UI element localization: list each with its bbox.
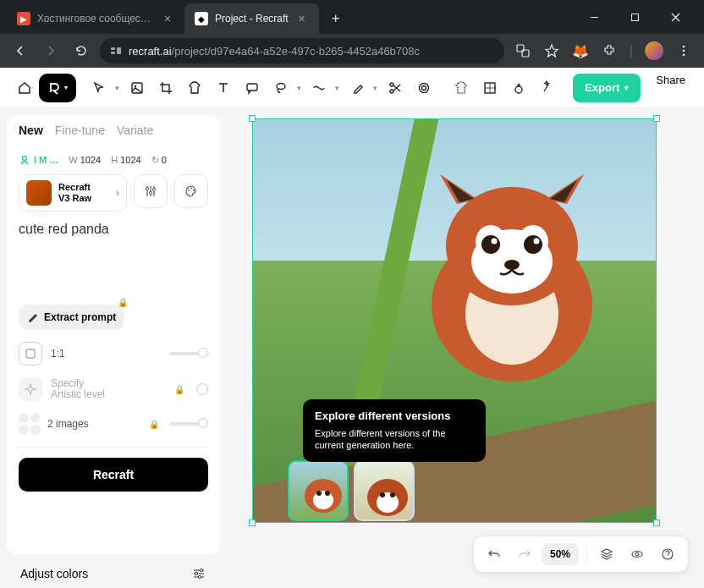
aspect-label: 1:1 xyxy=(51,348,161,360)
forward-button[interactable] xyxy=(39,39,63,63)
image-tool[interactable] xyxy=(123,74,151,102)
sliders-icon xyxy=(191,566,206,581)
svg-point-22 xyxy=(23,157,27,161)
chevron-right-icon: › xyxy=(116,187,119,199)
resize-handle-br[interactable] xyxy=(653,519,660,526)
extensions-icon[interactable] xyxy=(601,42,618,59)
brand-button[interactable]: ▾ xyxy=(39,74,76,102)
aspect-slider[interactable] xyxy=(169,352,208,355)
thumbnail-1[interactable] xyxy=(354,460,415,521)
home-button[interactable] xyxy=(10,74,39,102)
svg-rect-6 xyxy=(117,47,121,54)
favicon-1: ◆ xyxy=(195,12,208,25)
export-button[interactable]: Export▾ xyxy=(573,74,641,102)
model-selector[interactable]: RecraftV3 Raw › xyxy=(19,174,127,212)
extract-prompt-button[interactable]: Extract prompt 🔒 xyxy=(19,305,124,330)
chevron-down-icon[interactable]: ▾ xyxy=(335,84,339,92)
browser-tab-0[interactable]: ▶ Хостинговое сообщество «Tim × xyxy=(7,3,184,34)
images-count-control[interactable]: 2 images 🔒 xyxy=(19,413,208,435)
recraft-button[interactable]: Recraft xyxy=(19,458,208,492)
upscale-tool[interactable] xyxy=(476,74,504,102)
help-button[interactable] xyxy=(654,541,681,568)
resize-handle-bl[interactable] xyxy=(249,519,256,526)
translate-icon[interactable] xyxy=(514,42,531,59)
tshirt-tool[interactable] xyxy=(180,74,209,102)
tab-variate[interactable]: Variate xyxy=(117,124,153,137)
undo-button[interactable] xyxy=(481,541,508,568)
svg-point-31 xyxy=(195,572,197,574)
svg-point-53 xyxy=(635,552,639,556)
tab-new[interactable]: New xyxy=(19,124,43,137)
close-icon[interactable]: × xyxy=(161,12,174,25)
image-mode-chip[interactable]: I M … xyxy=(19,154,58,166)
adjust-colors-label: Adjust colors xyxy=(20,567,88,580)
chat-tool[interactable] xyxy=(238,74,267,102)
scissors-tool[interactable] xyxy=(381,74,410,102)
palette-button[interactable] xyxy=(174,174,208,208)
favicon-0: ▶ xyxy=(17,12,30,25)
profile-avatar[interactable] xyxy=(645,41,663,60)
sliders-button[interactable] xyxy=(134,174,168,208)
svg-point-9 xyxy=(683,46,685,48)
close-icon[interactable]: × xyxy=(295,12,309,25)
images-label: 2 images xyxy=(47,418,142,430)
svg-point-18 xyxy=(420,83,429,92)
lock-icon: 🔒 xyxy=(149,420,159,429)
close-window-button[interactable] xyxy=(663,5,687,29)
svg-point-24 xyxy=(149,191,151,194)
crop-tool[interactable] xyxy=(151,74,180,102)
cursor-tool[interactable] xyxy=(85,74,113,102)
address-bar[interactable]: recraft.ai/project/d97e4a64-a52e-497c-b2… xyxy=(100,38,504,63)
tab-title-0: Хостинговое сообщество «Tim xyxy=(37,13,154,25)
svg-point-52 xyxy=(632,552,642,558)
site-settings-icon[interactable] xyxy=(110,45,122,57)
layers-button[interactable] xyxy=(593,541,620,568)
tooltip-body: Explore different versions of the curren… xyxy=(315,427,474,452)
lasso-tool[interactable] xyxy=(267,74,295,102)
browser-tab-1[interactable]: ◆ Project - Recraft × xyxy=(184,3,319,34)
chevron-down-icon[interactable]: ▾ xyxy=(115,84,119,92)
thumbnail-0[interactable] xyxy=(288,460,349,521)
mockup-tool[interactable] xyxy=(447,74,476,102)
share-button[interactable]: Share xyxy=(647,74,694,102)
svg-point-51 xyxy=(390,492,395,497)
addr-actions: 🦊 | xyxy=(511,41,696,60)
chevron-down-icon[interactable]: ▾ xyxy=(373,84,377,92)
tab-fine-tune[interactable]: Fine-tune xyxy=(55,124,105,137)
aspect-ratio-control[interactable]: 1:1 xyxy=(19,342,208,365)
artistic-level-control[interactable]: SpecifyArtistic level 🔒 xyxy=(19,377,208,401)
dots-icon xyxy=(19,413,41,435)
adjust-colors-row[interactable]: Adjust colors xyxy=(7,554,220,581)
artistic-toggle[interactable] xyxy=(196,383,208,395)
svg-point-13 xyxy=(135,85,136,86)
text-tool[interactable] xyxy=(209,74,238,102)
svg-point-26 xyxy=(188,190,190,191)
sparkle-tool[interactable] xyxy=(533,74,562,102)
canvas-area[interactable]: Explore different versions Explore diffe… xyxy=(220,108,704,588)
address-row: recraft.ai/project/d97e4a64-a52e-497c-b2… xyxy=(0,34,704,68)
model-name: RecraftV3 Raw xyxy=(58,182,91,204)
wand-tool[interactable] xyxy=(504,74,533,102)
new-tab-button[interactable]: + xyxy=(324,7,348,30)
layers-tool[interactable] xyxy=(410,74,438,102)
images-slider[interactable] xyxy=(169,422,208,426)
extension-fox-icon[interactable]: 🦊 xyxy=(572,42,589,59)
prompt-text[interactable]: cute red panda xyxy=(19,222,208,237)
svg-point-30 xyxy=(200,569,202,571)
bookmark-icon[interactable] xyxy=(543,42,560,59)
zoom-level[interactable]: 50% xyxy=(542,543,579,565)
reload-button[interactable] xyxy=(69,39,93,63)
resize-handle-tl[interactable] xyxy=(249,115,256,122)
back-button[interactable] xyxy=(8,39,32,63)
resize-handle-tr[interactable] xyxy=(653,115,660,122)
eraser-tool[interactable] xyxy=(343,74,371,102)
maximize-button[interactable] xyxy=(623,5,646,29)
tab-title-1: Project - Recraft xyxy=(215,13,289,25)
kebab-menu-icon[interactable] xyxy=(675,42,692,59)
redo-button[interactable] xyxy=(511,541,538,568)
minimize-button[interactable] xyxy=(582,5,606,29)
svg-point-47 xyxy=(325,491,330,496)
view-button[interactable] xyxy=(624,541,651,568)
chevron-down-icon[interactable]: ▾ xyxy=(297,84,301,92)
pencil-tool[interactable] xyxy=(305,74,333,102)
